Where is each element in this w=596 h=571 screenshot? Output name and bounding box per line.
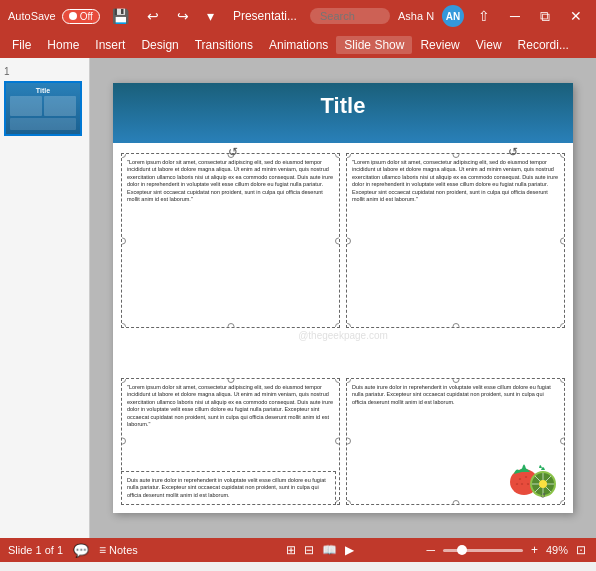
handle-tr-3[interactable] [335, 378, 340, 383]
search-input[interactable] [310, 8, 390, 24]
slide-canvas: @thegeekpage.com Title ↺ ↺ "Lorem ipsum … [90, 58, 596, 538]
main-area: 1 Title @thegeekpage.com Title ↺ ↺ [0, 58, 596, 538]
slide-sorter-button[interactable]: ⊟ [302, 541, 316, 559]
menu-design[interactable]: Design [133, 36, 186, 54]
close-button[interactable]: ✕ [564, 6, 588, 26]
handle-bm-1[interactable] [227, 323, 234, 328]
slide-thumbnail[interactable]: Title [4, 81, 82, 136]
text-4: Duis aute irure dolor in reprehenderit i… [352, 384, 559, 450]
handle-mr-2[interactable] [560, 237, 565, 244]
menu-recording[interactable]: Recordi... [510, 36, 577, 54]
notes-button[interactable]: ≡ Notes [99, 543, 138, 557]
handle-ml-1[interactable] [121, 237, 126, 244]
menu-animations[interactable]: Animations [261, 36, 336, 54]
save-button[interactable]: 💾 [106, 6, 135, 26]
text-box-5[interactable]: Duis aute irure dolor in reprehenderit i… [121, 471, 336, 505]
comment-button[interactable]: 💬 [71, 541, 91, 560]
normal-view-button[interactable]: ⊞ [284, 541, 298, 559]
menu-bar: File Home Insert Design Transitions Anim… [0, 32, 596, 58]
customize-button[interactable]: ▾ [201, 6, 220, 26]
minimize-button[interactable]: ─ [504, 6, 526, 26]
handle-bl-2[interactable] [346, 323, 351, 328]
handle-bm-2[interactable] [452, 323, 459, 328]
handle-tm-4[interactable] [452, 378, 459, 383]
handle-tr-4[interactable] [560, 378, 565, 383]
share-button[interactable]: ⇧ [472, 6, 496, 26]
thumb-title: Title [10, 87, 76, 94]
status-right: ─ + 49% ⊡ [424, 541, 588, 559]
thumb-bottom [10, 118, 76, 130]
menu-home[interactable]: Home [39, 36, 87, 54]
handle-tl-2[interactable] [346, 153, 351, 158]
user-name: Asha N [398, 10, 434, 22]
slide-title[interactable]: Title [113, 93, 573, 119]
zoom-out-button[interactable]: ─ [424, 541, 437, 559]
zoom-slider[interactable] [443, 549, 523, 552]
slideshow-button[interactable]: ▶ [343, 541, 356, 559]
handle-tl-3[interactable] [121, 378, 126, 383]
undo-button[interactable]: ↩ [141, 6, 165, 26]
slide-info: Slide 1 of 1 [8, 544, 63, 556]
text-grid: "Lorem ipsum dolor sit amet, consectetur… [121, 153, 565, 505]
svg-text:↺: ↺ [540, 492, 546, 499]
text-box-2[interactable]: "Lorem ipsum dolor sit amet, consectetur… [346, 153, 565, 328]
status-bar: Slide 1 of 1 💬 ≡ Notes ⊞ ⊟ 📖 ▶ ─ + 49% ⊡ [0, 538, 596, 562]
rotate-handle-left[interactable]: ↺ [228, 145, 238, 159]
text-box-4[interactable]: Duis aute irure dolor in reprehenderit i… [346, 378, 565, 505]
strawberry-container: ↺ [352, 454, 559, 499]
thumb-content [10, 96, 76, 116]
text-3: "Lorem ipsum dolor sit amet, consectetur… [127, 384, 334, 429]
handle-bl-4[interactable] [346, 500, 351, 505]
handle-mr-3[interactable] [335, 438, 340, 445]
svg-point-3 [521, 483, 523, 485]
slide-number-label: 1 [4, 66, 85, 77]
notes-label: Notes [109, 544, 138, 556]
slide-panel: 1 Title [0, 58, 90, 538]
title-bar-left: AutoSave Off 💾 ↩ ↪ ▾ [8, 6, 220, 26]
rotate-handle-right[interactable]: ↺ [508, 145, 518, 159]
menu-insert[interactable]: Insert [87, 36, 133, 54]
title-bar: AutoSave Off 💾 ↩ ↪ ▾ Presentati... Asha … [0, 0, 596, 32]
menu-transitions[interactable]: Transitions [187, 36, 261, 54]
text-box-1[interactable]: "Lorem ipsum dolor sit amet, consectetur… [121, 153, 340, 328]
slide: @thegeekpage.com Title ↺ ↺ "Lorem ipsum … [113, 83, 573, 513]
handle-tl-4[interactable] [346, 378, 351, 383]
autosave-state: Off [80, 11, 93, 22]
handle-ml-4[interactable] [346, 438, 351, 445]
handle-ml-2[interactable] [346, 237, 351, 244]
strawberry-image: ↺ [504, 454, 559, 499]
fit-slide-button[interactable]: ⊡ [574, 541, 588, 559]
handle-bm-4[interactable] [452, 500, 459, 505]
handle-tr-2[interactable] [560, 153, 565, 158]
restore-button[interactable]: ⧉ [534, 6, 556, 27]
menu-view[interactable]: View [468, 36, 510, 54]
menu-review[interactable]: Review [412, 36, 467, 54]
handle-br-4[interactable] [560, 500, 565, 505]
thumb-col-1 [10, 96, 42, 116]
autosave-toggle[interactable]: Off [62, 9, 100, 24]
text-5: Duis aute irure dolor in reprehenderit i… [127, 477, 330, 499]
user-initials: AN [446, 11, 460, 22]
handle-mr-1[interactable] [335, 237, 340, 244]
zoom-in-button[interactable]: + [529, 541, 540, 559]
thumb-col-2 [44, 96, 76, 116]
document-title: Presentati... [233, 9, 297, 23]
user-avatar: AN [442, 5, 464, 27]
handle-tm-2[interactable] [452, 153, 459, 158]
menu-file[interactable]: File [4, 36, 39, 54]
menu-slideshow[interactable]: Slide Show [336, 36, 412, 54]
toggle-dot [69, 12, 77, 20]
handle-tm-3[interactable] [227, 378, 234, 383]
handle-tl-1[interactable] [121, 153, 126, 158]
reading-view-button[interactable]: 📖 [320, 541, 339, 559]
handle-br-1[interactable] [335, 323, 340, 328]
handle-mr-4[interactable] [560, 438, 565, 445]
handle-tr-1[interactable] [335, 153, 340, 158]
handle-bl-1[interactable] [121, 323, 126, 328]
text-1: "Lorem ipsum dolor sit amet, consectetur… [127, 159, 334, 204]
handle-br-2[interactable] [560, 323, 565, 328]
autosave-label: AutoSave [8, 10, 56, 22]
handle-ml-3[interactable] [121, 438, 126, 445]
redo-button[interactable]: ↪ [171, 6, 195, 26]
title-bar-center: Presentati... [220, 9, 310, 23]
